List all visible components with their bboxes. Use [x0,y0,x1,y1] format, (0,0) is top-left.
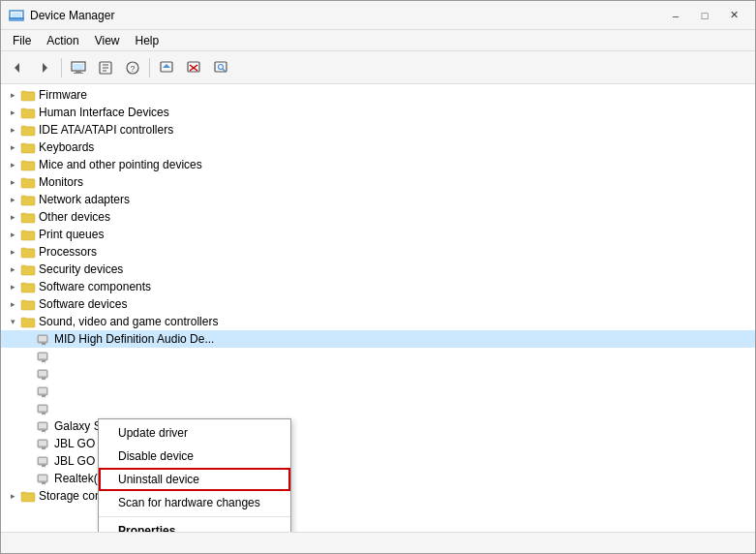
expander-spacer [20,401,36,416]
tree-item-human-interface[interactable]: ▸ Human Interface Devices [1,104,755,121]
window-controls: – □ ✕ [662,6,747,25]
tree-item-label: IDE ATA/ATAPI controllers [39,123,173,137]
device-icon [36,471,51,486]
expander-icon[interactable]: ▸ [5,122,20,138]
tree-item-sound-sub3[interactable] [1,365,755,383]
toolbar-help[interactable]: ? [120,55,145,80]
ctx-disable-device[interactable]: Disable device [99,445,290,468]
menu-bar: File Action View Help [1,30,755,51]
tree-item-sound-sub2[interactable] [1,348,755,365]
expander-icon[interactable]: ▸ [5,157,20,172]
device-icon [36,384,51,399]
folder-icon [20,314,36,329]
toolbar-remove[interactable] [181,55,206,80]
svg-marker-3 [15,63,19,73]
context-menu: Update driver Disable device Uninstall d… [98,418,291,532]
folder-icon [20,139,36,155]
menu-file[interactable]: File [5,32,39,49]
minimize-button[interactable]: – [662,6,689,25]
tree-item-processors[interactable]: ▸ Processors [1,243,755,261]
svg-rect-26 [21,144,35,153]
maximize-button[interactable]: □ [691,6,718,25]
svg-rect-2 [9,17,24,19]
expander-icon[interactable]: ▸ [5,488,20,504]
expander-spacer [20,436,36,451]
tree-item-label: Processors [39,245,97,259]
svg-rect-46 [39,371,46,376]
menu-help[interactable]: Help [128,32,167,49]
expander-icon[interactable]: ▸ [5,139,20,155]
tree-item-keyboards[interactable]: ▸ Keyboards [1,138,755,156]
device-icon [36,366,51,382]
svg-rect-8 [74,73,83,74]
folder-icon [20,488,36,504]
tree-item-monitors[interactable]: ▸ Monitors [1,173,755,191]
toolbar-update-driver[interactable] [154,55,179,80]
tree-item-label: Print queues [39,228,104,241]
toolbar-scan[interactable] [208,55,233,80]
tree-item-sound-sub1[interactable]: MID High Definition Audio De... [1,330,755,348]
svg-rect-73 [21,493,35,502]
svg-rect-50 [39,388,46,393]
svg-rect-32 [21,249,35,258]
tree-item-software-components[interactable]: ▸ Software components [1,278,755,295]
window-title: Device Manager [30,9,114,22]
close-button[interactable]: ✕ [720,6,747,25]
folder-icon [20,279,36,294]
tree-item-firmware[interactable]: ▸ Firmware [1,86,755,104]
svg-marker-4 [43,63,47,73]
expander-icon[interactable]: ▸ [5,227,20,242]
tree-item-label: Software components [39,280,151,293]
svg-rect-70 [39,476,46,480]
device-icon [36,418,51,434]
ctx-scan-hardware[interactable]: Scan for hardware changes [99,491,290,514]
toolbar-forward[interactable] [32,55,57,80]
expander-spacer [20,418,36,434]
menu-view[interactable]: View [87,32,128,49]
tree-item-other[interactable]: ▸ Other devices [1,208,755,226]
svg-rect-58 [39,423,46,428]
expander-icon[interactable]: ▸ [5,105,20,120]
tree-item-software-devices[interactable]: ▸ Software devices [1,295,755,313]
tree-item-network[interactable]: ▸ Network adapters [1,191,755,208]
device-icon [36,436,51,451]
tree-item-sound[interactable]: ▾ Sound, video and game controllers [1,313,755,330]
svg-rect-27 [21,162,35,170]
expander-icon[interactable]: ▸ [5,262,20,277]
toolbar: ? [1,51,755,84]
ctx-uninstall-device[interactable]: Uninstall device [99,468,290,491]
toolbar-back[interactable] [5,55,30,80]
toolbar-properties[interactable] [93,55,118,80]
ctx-update-driver[interactable]: Update driver [99,421,290,445]
svg-rect-38 [39,336,46,341]
tree-item-label: Network adapters [39,193,130,206]
folder-icon [20,192,36,207]
expander-icon[interactable]: ▸ [5,244,20,260]
tree-item-sound-sub4[interactable] [1,383,755,400]
expander-icon[interactable]: ▸ [5,174,20,190]
ctx-properties[interactable]: Properties [99,519,290,532]
tree-item-label: Sound, video and game controllers [39,315,218,328]
expander-icon[interactable]: ▸ [5,209,20,225]
toolbar-computer[interactable] [66,55,91,80]
device-manager-window: Device Manager – □ ✕ File Action View He… [0,0,756,554]
tree-item-print[interactable]: ▸ Print queues [1,226,755,243]
expander-icon[interactable]: ▸ [5,296,20,312]
svg-rect-28 [21,179,35,188]
expander-icon[interactable]: ▸ [5,87,20,103]
tree-item-mice[interactable]: ▸ Mice and other pointing devices [1,156,755,173]
tree-item-ide-ata[interactable]: ▸ IDE ATA/ATAPI controllers [1,121,755,138]
menu-action[interactable]: Action [39,32,86,49]
svg-rect-66 [39,458,46,463]
tree-item-label: MID High Definition Audio De... [54,332,214,346]
folder-icon [20,174,36,190]
tree-item-security[interactable]: ▸ Security devices [1,261,755,278]
expander-icon[interactable]: ▸ [5,279,20,294]
expander-icon[interactable]: ▸ [5,192,20,207]
expander-icon[interactable]: ▾ [5,314,20,329]
svg-rect-31 [21,231,35,240]
svg-rect-33 [21,266,35,275]
tree-item-sound-sub5[interactable] [1,400,755,417]
svg-rect-54 [39,406,46,411]
svg-marker-16 [163,64,170,68]
